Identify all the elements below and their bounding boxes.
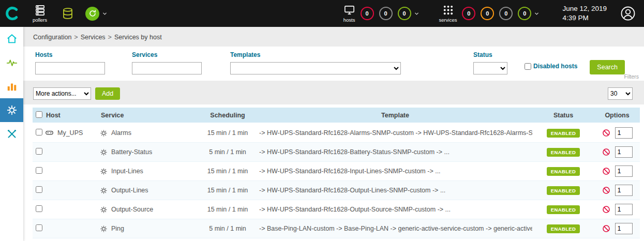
select-all-checkbox[interactable] <box>36 111 42 118</box>
pollers-label: pollers <box>33 17 47 23</box>
service-name[interactable]: Alarms <box>111 129 131 137</box>
service-name[interactable]: Input-Lines <box>111 168 143 175</box>
centreon-logo[interactable] <box>0 6 23 21</box>
hosts-unreachable-counter[interactable]: 0 <box>379 7 393 20</box>
disable-icon[interactable] <box>602 148 610 156</box>
services-warning-counter[interactable]: 0 <box>481 7 494 20</box>
sidebar-item-monitoring[interactable] <box>0 51 23 74</box>
platform-status-icon[interactable] <box>85 7 99 21</box>
hosts-down-counter[interactable]: 0 <box>361 7 374 20</box>
templates-filter-select[interactable] <box>230 62 401 74</box>
service-name[interactable]: Output-Lines <box>111 187 148 194</box>
pollers-menu[interactable]: pollers <box>33 4 47 23</box>
service-name[interactable]: Ping <box>111 225 124 232</box>
hosts-up-counter[interactable]: 0 <box>398 7 411 20</box>
host-name[interactable]: My_UPS <box>57 129 83 137</box>
services-ok-counter[interactable]: 0 <box>518 7 531 20</box>
service-name[interactable]: Output-Source <box>111 206 153 213</box>
row-checkbox[interactable] <box>36 129 42 135</box>
sync-icon <box>88 9 97 18</box>
header-template[interactable]: Template <box>258 108 532 123</box>
duplicate-count-input[interactable] <box>615 127 633 139</box>
hosts-filter-label: Hosts <box>35 51 105 58</box>
breadcrumb-separator: > <box>74 34 78 41</box>
host-icon <box>45 129 54 138</box>
sidebar-item-administration[interactable] <box>0 122 23 146</box>
duplicate-count-input[interactable] <box>615 204 633 215</box>
breadcrumb: Configuration>Services>Services by host <box>23 27 644 47</box>
page-size-select[interactable]: 30 <box>608 87 633 100</box>
row-checkbox[interactable] <box>36 224 42 231</box>
search-button[interactable]: Search <box>590 60 625 74</box>
services-unknown-count: 0 <box>504 10 507 17</box>
sidebar-item-home[interactable] <box>0 27 23 51</box>
bar-chart-icon <box>6 81 18 92</box>
hosts-status-group: hosts 0 0 0 <box>343 4 420 23</box>
disable-icon[interactable] <box>602 186 610 194</box>
header-scheduling[interactable]: Scheduling <box>197 108 258 123</box>
duplicate-count-input[interactable] <box>615 165 633 177</box>
disable-icon[interactable] <box>602 224 610 233</box>
hosts-up-count: 0 <box>403 10 406 17</box>
table-row: Output-Source 15 min / 1 min -> HW-UPS-S… <box>33 200 640 219</box>
service-gear-icon <box>100 225 108 233</box>
hosts-chevron-down-icon[interactable] <box>414 11 420 17</box>
hosts-unreachable-count: 0 <box>384 10 387 17</box>
services-unknown-counter[interactable]: 0 <box>499 7 513 20</box>
user-avatar-icon[interactable] <box>620 6 636 21</box>
hosts-menu[interactable]: hosts <box>343 4 355 23</box>
filter-panel: Hosts Services Templates Status Disabled… <box>23 47 644 81</box>
more-actions-select[interactable]: More actions... <box>33 87 91 100</box>
row-checkbox[interactable] <box>36 186 42 193</box>
disable-icon[interactable] <box>602 129 610 137</box>
service-name[interactable]: Battery-Status <box>111 148 152 156</box>
services-table: Host Service Scheduling Template Status … <box>33 108 640 238</box>
status-badge: ENABLED <box>547 129 580 138</box>
breadcrumb-services[interactable]: Services <box>81 34 106 41</box>
database-icon[interactable] <box>62 7 74 20</box>
status-filter-select[interactable] <box>473 62 507 74</box>
duplicate-count-input[interactable] <box>615 146 633 158</box>
services-menu[interactable]: services <box>439 4 457 23</box>
services-critical-counter[interactable]: 0 <box>462 7 475 20</box>
services-critical-count: 0 <box>467 10 470 17</box>
table-header-row: Host Service Scheduling Template Status … <box>33 108 640 123</box>
header-status[interactable]: Status <box>532 108 594 123</box>
template-chain: -> HW-UPS-Standard-Rfc1628-Output-Lines-… <box>258 181 532 200</box>
header-host[interactable]: Host <box>45 108 100 123</box>
services-filter-label: Services <box>132 51 202 58</box>
disabled-hosts-checkbox[interactable] <box>525 63 531 70</box>
top-bar: pollers hosts 0 0 0 services 0 0 0 0 Jun… <box>0 0 644 27</box>
template-chain: -> HW-UPS-Standard-Rfc1628-Input-Lines-S… <box>258 162 532 181</box>
services-chevron-down-icon[interactable] <box>534 11 540 17</box>
services-filter-input[interactable] <box>132 62 202 74</box>
header-service[interactable]: Service <box>100 108 197 123</box>
template-chain: -> Base-Ping-LAN-custom -> Base-Ping-LAN… <box>258 219 532 238</box>
template-chain: -> HW-UPS-Standard-Rfc1628-Alarms-SNMP-c… <box>258 123 532 143</box>
disable-icon[interactable] <box>602 167 610 175</box>
services-table-container: Host Service Scheduling Template Status … <box>23 104 644 241</box>
duplicate-count-input[interactable] <box>615 223 633 234</box>
breadcrumb-services-by-host[interactable]: Services by host <box>114 34 162 41</box>
row-checkbox[interactable] <box>36 167 42 174</box>
hosts-label: hosts <box>343 17 355 23</box>
status-badge: ENABLED <box>547 167 580 176</box>
breadcrumb-configuration[interactable]: Configuration <box>33 34 71 41</box>
header-options[interactable]: Options <box>594 108 640 123</box>
disabled-hosts-filter[interactable]: Disabled hosts <box>525 51 577 70</box>
scheduling-value: 15 min / 1 min <box>197 200 258 219</box>
filters-link[interactable]: Filters <box>624 73 639 80</box>
add-button[interactable]: Add <box>95 87 120 100</box>
services-warning-count: 0 <box>486 10 489 17</box>
row-checkbox[interactable] <box>36 148 42 155</box>
disable-icon[interactable] <box>602 205 610 214</box>
row-checkbox[interactable] <box>36 205 42 212</box>
duplicate-count-input[interactable] <box>615 185 633 196</box>
service-gear-icon <box>100 129 108 137</box>
services-label: services <box>439 17 457 23</box>
disabled-hosts-label: Disabled hosts <box>533 63 577 70</box>
sidebar-item-reporting[interactable] <box>0 74 23 98</box>
chevron-down-icon[interactable] <box>102 11 108 17</box>
hosts-filter-input[interactable] <box>35 62 105 74</box>
sidebar-item-configuration[interactable] <box>0 98 23 122</box>
